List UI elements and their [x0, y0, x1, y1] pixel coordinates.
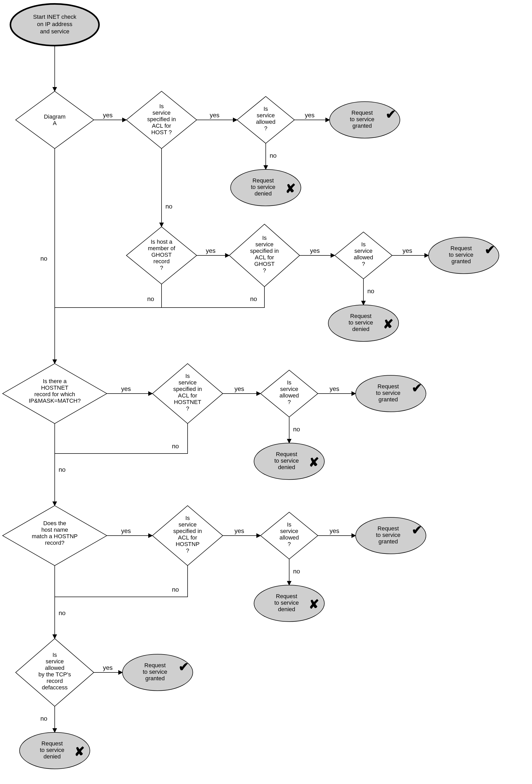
allowed1-t4: ? [264, 125, 267, 132]
hostnet-node: Is there a HOSTNET record for which IP&M… [3, 364, 107, 423]
denied-2-node: Request to service denied ✘ [328, 305, 398, 341]
label-ghost-yes: yes [206, 247, 215, 254]
allowed1-t3: allowed [256, 119, 276, 125]
acl-host-t2: service [152, 109, 171, 116]
allowed4-t4: ? [288, 541, 291, 547]
tcp-t5: record [47, 678, 63, 684]
allowed3-t4: ? [288, 399, 291, 405]
label-hostnp-yes: yes [121, 527, 131, 534]
ghost-t1: Is host a [151, 239, 173, 245]
allowed4-t1: Is [287, 521, 291, 528]
denied3-t2: to service [274, 457, 299, 464]
edge-aclhostnp-no [55, 566, 187, 597]
granted4-t3: granted [379, 538, 398, 545]
granted1-t1: Request [351, 109, 373, 116]
granted5-t3: granted [145, 675, 165, 681]
granted2-t2: to service [449, 252, 473, 258]
cross-icon: ✘ [309, 455, 319, 469]
aclghost-t4: ACL for [255, 254, 274, 261]
aclhostnp-t2: service [178, 521, 197, 528]
aclhostnet-t6: ? [186, 405, 189, 412]
ghost-member-node: Is host a member of GHOST record ? [126, 227, 197, 284]
cross-icon: ✘ [74, 745, 85, 758]
allowed2-t4: ? [362, 261, 365, 267]
aclghost-t3: specified in [250, 248, 279, 254]
allowed4-t2: service [280, 528, 298, 534]
hostnet-t2: HOSTNET [41, 385, 68, 391]
granted4-t2: to service [376, 532, 401, 538]
aclhostnet-t5: HOSTNET [174, 399, 201, 405]
label-aclhostnet-yes: yes [234, 385, 244, 392]
granted1-t3: granted [353, 122, 372, 129]
start-text-1: Start INET check [33, 13, 77, 20]
check-icon: ✔ [386, 107, 396, 121]
label-aclhost-yes: yes [210, 112, 219, 119]
granted2-t1: Request [450, 245, 472, 252]
hostnet-t1: Is there a [43, 378, 67, 385]
aclhostnp-t3: specified in [173, 528, 202, 534]
granted3-t2: to service [376, 390, 401, 396]
aclghost-t5: GHOST [254, 261, 275, 267]
denied2-t3: denied [352, 326, 370, 332]
label-allowed1-no: no [270, 152, 277, 159]
flowchart-canvas: Start INET check on IP address and servi… [0, 0, 532, 784]
aclhostnp-t5: HOSTNP [176, 541, 200, 547]
allowed2-t2: service [354, 248, 373, 254]
allowed-4-node: Is service allowed ? [261, 512, 318, 559]
denied-4-node: Request to service denied ✘ [254, 585, 324, 622]
aclhostnp-t1: Is [185, 515, 190, 521]
acl-host-t4: ACL for [152, 122, 171, 129]
denied1-t1: Request [253, 177, 274, 184]
aclghost-t1: Is [262, 234, 267, 241]
denied2-t1: Request [350, 313, 372, 319]
granted4-t1: Request [378, 525, 399, 532]
allowed1-t2: service [257, 112, 275, 119]
tcp-t3: allowed [45, 665, 65, 671]
denied5-t2: to service [40, 747, 64, 753]
label-hostnet-no: no [59, 466, 66, 473]
allowed1-t1: Is [263, 106, 268, 112]
ghost-t5: ? [160, 264, 163, 271]
aclghost-t6: ? [263, 267, 266, 274]
allowed3-t1: Is [287, 379, 291, 386]
allowed2-t3: allowed [354, 254, 373, 261]
label-tcp-yes: yes [103, 664, 113, 671]
granted3-t1: Request [378, 383, 399, 390]
edge-aclhostnet-no [55, 423, 187, 453]
tcp-t4: by the TCP's [38, 671, 71, 678]
edge-aclghost-no [161, 287, 264, 308]
allowed-2-node: Is service allowed ? [335, 232, 392, 279]
diagramA-text-2: A [53, 120, 57, 127]
allowed2-t1: Is [361, 241, 365, 248]
denied4-t3: denied [278, 606, 295, 613]
granted3-t3: granted [379, 396, 398, 403]
granted1-t2: to service [350, 116, 374, 122]
granted-5-node: Request to service granted ✔ [122, 654, 193, 691]
denied1-t2: to service [251, 184, 275, 190]
label-diagramA-no: no [40, 255, 48, 262]
label-diagramA-yes: yes [103, 112, 113, 119]
acl-hostnp-node: Is service specified in ACL for HOSTNP ? [152, 506, 223, 566]
label-allowed1-yes: yes [305, 112, 315, 119]
check-icon: ✔ [412, 381, 422, 395]
aclhostnet-t3: specified in [173, 386, 202, 392]
label-aclhostnet-no: no [172, 443, 179, 450]
label-aclhostnp-yes: yes [234, 527, 244, 534]
hostnet-t3: record for which [34, 391, 75, 397]
start-text-3: and service [40, 28, 69, 35]
acl-ghost-node: Is service specified in ACL for GHOST ? [229, 224, 300, 287]
check-icon: ✔ [178, 660, 189, 674]
label-tcp-no: no [40, 715, 48, 722]
denied-1-node: Request to service denied ✘ [231, 169, 301, 206]
label-aclghost-yes: yes [310, 247, 320, 254]
allowed3-t2: service [280, 386, 298, 392]
hostnp-t2: host name [41, 527, 68, 533]
acl-host-t1: Is [159, 103, 164, 109]
diagramA-text-1: Diagram [44, 113, 65, 120]
label-hostnp-no: no [59, 609, 66, 616]
allowed-3-node: Is service allowed ? [261, 370, 318, 417]
denied-3-node: Request to service denied ✘ [254, 443, 324, 480]
tcp-allowed-node: Is service allowed by the TCP's record d… [16, 639, 94, 706]
check-icon: ✔ [484, 243, 495, 257]
ghost-t4: record [153, 258, 170, 264]
